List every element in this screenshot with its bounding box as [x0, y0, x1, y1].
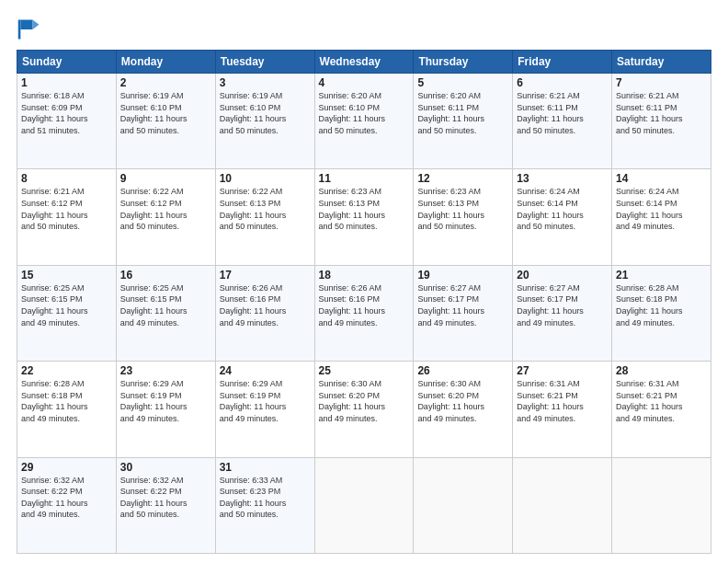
- day-number: 20: [517, 269, 608, 282]
- calendar-cell: 17Sunrise: 6:26 AM Sunset: 6:16 PM Dayli…: [215, 265, 314, 361]
- day-info: Sunrise: 6:23 AM Sunset: 6:13 PM Dayligh…: [319, 186, 410, 232]
- day-number: 17: [220, 269, 311, 282]
- calendar-cell: 22Sunrise: 6:28 AM Sunset: 6:18 PM Dayli…: [17, 362, 117, 457]
- day-info: Sunrise: 6:21 AM Sunset: 6:11 PM Dayligh…: [517, 90, 608, 136]
- calendar-cell: 14Sunrise: 6:24 AM Sunset: 6:14 PM Dayli…: [612, 169, 711, 265]
- day-info: Sunrise: 6:22 AM Sunset: 6:13 PM Dayligh…: [220, 186, 311, 232]
- calendar-cell: 15Sunrise: 6:25 AM Sunset: 6:15 PM Dayli…: [17, 265, 117, 361]
- day-number: 23: [120, 364, 211, 377]
- day-number: 14: [616, 172, 707, 185]
- calendar-cell: 3Sunrise: 6:19 AM Sunset: 6:10 PM Daylig…: [215, 74, 314, 169]
- day-number: 8: [21, 172, 112, 185]
- day-header-saturday: Saturday: [612, 51, 711, 74]
- day-info: Sunrise: 6:31 AM Sunset: 6:21 PM Dayligh…: [616, 378, 707, 424]
- calendar-cell: 19Sunrise: 6:27 AM Sunset: 6:17 PM Dayli…: [414, 265, 513, 361]
- day-info: Sunrise: 6:29 AM Sunset: 6:19 PM Dayligh…: [220, 378, 311, 424]
- day-info: Sunrise: 6:26 AM Sunset: 6:16 PM Dayligh…: [319, 282, 410, 328]
- calendar-cell: 24Sunrise: 6:29 AM Sunset: 6:19 PM Dayli…: [215, 362, 314, 457]
- calendar-cell: 5Sunrise: 6:20 AM Sunset: 6:11 PM Daylig…: [414, 74, 513, 169]
- day-info: Sunrise: 6:28 AM Sunset: 6:18 PM Dayligh…: [616, 282, 707, 328]
- day-info: Sunrise: 6:27 AM Sunset: 6:17 PM Dayligh…: [417, 282, 508, 328]
- day-info: Sunrise: 6:24 AM Sunset: 6:14 PM Dayligh…: [517, 186, 608, 232]
- day-number: 25: [319, 364, 410, 377]
- calendar-cell: 26Sunrise: 6:30 AM Sunset: 6:20 PM Dayli…: [414, 362, 513, 457]
- day-info: Sunrise: 6:21 AM Sunset: 6:11 PM Dayligh…: [616, 90, 707, 136]
- day-number: 21: [616, 269, 707, 282]
- day-info: Sunrise: 6:20 AM Sunset: 6:10 PM Dayligh…: [319, 90, 410, 136]
- calendar-cell: 6Sunrise: 6:21 AM Sunset: 6:11 PM Daylig…: [513, 74, 612, 169]
- calendar-week-row: 1Sunrise: 6:18 AM Sunset: 6:09 PM Daylig…: [17, 74, 711, 169]
- calendar-cell: [414, 457, 513, 553]
- calendar-cell: 30Sunrise: 6:32 AM Sunset: 6:22 PM Dayli…: [116, 457, 215, 553]
- calendar-week-row: 8Sunrise: 6:21 AM Sunset: 6:12 PM Daylig…: [17, 169, 711, 265]
- calendar-cell: [314, 457, 414, 553]
- day-info: Sunrise: 6:23 AM Sunset: 6:13 PM Dayligh…: [417, 186, 508, 232]
- day-info: Sunrise: 6:27 AM Sunset: 6:17 PM Dayligh…: [517, 282, 608, 328]
- day-number: 1: [21, 76, 112, 89]
- day-header-monday: Monday: [116, 51, 215, 74]
- day-number: 30: [120, 461, 211, 474]
- day-number: 27: [517, 364, 608, 377]
- day-number: 12: [417, 172, 508, 185]
- day-info: Sunrise: 6:33 AM Sunset: 6:23 PM Dayligh…: [220, 475, 311, 521]
- logo-icon: [17, 17, 42, 42]
- calendar-week-row: 29Sunrise: 6:32 AM Sunset: 6:22 PM Dayli…: [17, 457, 711, 553]
- calendar-body: 1Sunrise: 6:18 AM Sunset: 6:09 PM Daylig…: [17, 74, 711, 554]
- day-number: 16: [120, 269, 211, 282]
- day-number: 11: [319, 172, 410, 185]
- calendar-cell: 7Sunrise: 6:21 AM Sunset: 6:11 PM Daylig…: [612, 74, 711, 169]
- calendar-cell: 12Sunrise: 6:23 AM Sunset: 6:13 PM Dayli…: [414, 169, 513, 265]
- day-number: 9: [120, 172, 211, 185]
- day-header-tuesday: Tuesday: [215, 51, 314, 74]
- day-info: Sunrise: 6:19 AM Sunset: 6:10 PM Dayligh…: [120, 90, 211, 136]
- day-number: 18: [319, 269, 410, 282]
- day-info: Sunrise: 6:30 AM Sunset: 6:20 PM Dayligh…: [319, 378, 410, 424]
- calendar-cell: 20Sunrise: 6:27 AM Sunset: 6:17 PM Dayli…: [513, 265, 612, 361]
- calendar-cell: 13Sunrise: 6:24 AM Sunset: 6:14 PM Dayli…: [513, 169, 612, 265]
- day-info: Sunrise: 6:32 AM Sunset: 6:22 PM Dayligh…: [21, 475, 112, 521]
- day-number: 29: [21, 461, 112, 474]
- calendar-cell: 29Sunrise: 6:32 AM Sunset: 6:22 PM Dayli…: [17, 457, 117, 553]
- day-info: Sunrise: 6:30 AM Sunset: 6:20 PM Dayligh…: [417, 378, 508, 424]
- calendar-table: SundayMondayTuesdayWednesdayThursdayFrid…: [17, 50, 711, 554]
- day-info: Sunrise: 6:25 AM Sunset: 6:15 PM Dayligh…: [120, 282, 211, 328]
- day-info: Sunrise: 6:31 AM Sunset: 6:21 PM Dayligh…: [517, 378, 608, 424]
- calendar-cell: 9Sunrise: 6:22 AM Sunset: 6:12 PM Daylig…: [116, 169, 215, 265]
- day-info: Sunrise: 6:20 AM Sunset: 6:11 PM Dayligh…: [417, 90, 508, 136]
- day-number: 28: [616, 364, 707, 377]
- calendar-cell: 25Sunrise: 6:30 AM Sunset: 6:20 PM Dayli…: [314, 362, 414, 457]
- day-info: Sunrise: 6:19 AM Sunset: 6:10 PM Dayligh…: [220, 90, 311, 136]
- day-header-thursday: Thursday: [414, 51, 513, 74]
- day-number: 19: [417, 269, 508, 282]
- day-number: 6: [517, 76, 608, 89]
- calendar-week-row: 22Sunrise: 6:28 AM Sunset: 6:18 PM Dayli…: [17, 362, 711, 457]
- day-number: 15: [21, 269, 112, 282]
- calendar-week-row: 15Sunrise: 6:25 AM Sunset: 6:15 PM Dayli…: [17, 265, 711, 361]
- day-number: 4: [319, 76, 410, 89]
- page: SundayMondayTuesdayWednesdayThursdayFrid…: [0, 0, 728, 563]
- calendar-cell: 2Sunrise: 6:19 AM Sunset: 6:10 PM Daylig…: [116, 74, 215, 169]
- calendar-cell: [513, 457, 612, 553]
- calendar-cell: 27Sunrise: 6:31 AM Sunset: 6:21 PM Dayli…: [513, 362, 612, 457]
- calendar-cell: 4Sunrise: 6:20 AM Sunset: 6:10 PM Daylig…: [314, 74, 414, 169]
- day-number: 10: [220, 172, 311, 185]
- day-info: Sunrise: 6:28 AM Sunset: 6:18 PM Dayligh…: [21, 378, 112, 424]
- day-info: Sunrise: 6:24 AM Sunset: 6:14 PM Dayligh…: [616, 186, 707, 232]
- day-header-friday: Friday: [513, 51, 612, 74]
- day-info: Sunrise: 6:22 AM Sunset: 6:12 PM Dayligh…: [120, 186, 211, 232]
- day-info: Sunrise: 6:32 AM Sunset: 6:22 PM Dayligh…: [120, 475, 211, 521]
- day-info: Sunrise: 6:29 AM Sunset: 6:19 PM Dayligh…: [120, 378, 211, 424]
- calendar-cell: 18Sunrise: 6:26 AM Sunset: 6:16 PM Dayli…: [314, 265, 414, 361]
- calendar-header-row: SundayMondayTuesdayWednesdayThursdayFrid…: [17, 51, 711, 74]
- calendar-cell: 1Sunrise: 6:18 AM Sunset: 6:09 PM Daylig…: [17, 74, 117, 169]
- logo: [17, 17, 48, 42]
- svg-marker-1: [20, 20, 32, 30]
- day-number: 13: [517, 172, 608, 185]
- day-info: Sunrise: 6:18 AM Sunset: 6:09 PM Dayligh…: [21, 90, 112, 136]
- calendar-cell: 16Sunrise: 6:25 AM Sunset: 6:15 PM Dayli…: [116, 265, 215, 361]
- day-header-wednesday: Wednesday: [314, 51, 414, 74]
- day-number: 2: [120, 76, 211, 89]
- calendar-cell: 23Sunrise: 6:29 AM Sunset: 6:19 PM Dayli…: [116, 362, 215, 457]
- day-number: 26: [417, 364, 508, 377]
- calendar-cell: 11Sunrise: 6:23 AM Sunset: 6:13 PM Dayli…: [314, 169, 414, 265]
